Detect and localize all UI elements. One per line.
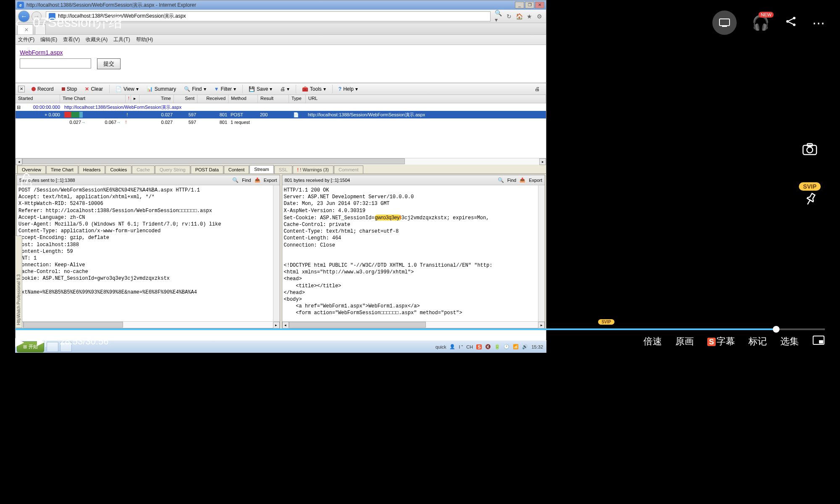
- tab-warnings[interactable]: ! ! Warnings (3): [293, 165, 333, 173]
- export-label[interactable]: Export: [529, 178, 542, 183]
- record-button[interactable]: Record: [28, 85, 58, 93]
- col-method[interactable]: Method: [228, 95, 258, 103]
- next-button[interactable]: ▶|: [37, 336, 47, 347]
- svg-rect-12: [819, 340, 823, 344]
- col-sent[interactable]: Sent: [174, 95, 197, 103]
- svg-line-4: [788, 18, 793, 21]
- svg-point-7: [26, 182, 27, 184]
- v-scrollbar[interactable]: [538, 185, 545, 321]
- tab-cookies[interactable]: Cookies: [105, 165, 131, 173]
- col-flag[interactable]: ▸: [131, 95, 139, 103]
- camera-icon: [802, 143, 817, 155]
- text-input[interactable]: [20, 58, 91, 68]
- speed-button[interactable]: 倍速: [643, 335, 662, 348]
- quality-button[interactable]: 原画: [675, 335, 694, 348]
- svg-rect-0: [719, 19, 730, 26]
- hw-stream-panes: 597 bytes sent to [::1]:1388 Find 📤 Expo…: [16, 174, 546, 329]
- pip-icon: [812, 335, 825, 345]
- svip-marker: SVIP: [598, 319, 614, 325]
- hw-grid: ⊟ 00:00:00.000 http://localhost:1388/Ses…: [16, 103, 546, 158]
- find-button[interactable]: Find ▾: [181, 85, 210, 93]
- unlock-button[interactable]: [19, 172, 34, 192]
- tab-cache[interactable]: Cache: [132, 165, 155, 173]
- cast-button[interactable]: [712, 10, 737, 35]
- hw-h-scrollbar[interactable]: ◂ ▸: [16, 158, 546, 165]
- table-row-summary[interactable]: 0.027 → 0.067 → ! 0.027 597 801 1 reques…: [16, 118, 546, 126]
- col-url[interactable]: URL: [306, 95, 546, 103]
- export-icon[interactable]: 📤: [520, 177, 525, 183]
- tab-comment[interactable]: Comment: [334, 165, 363, 173]
- find-icon[interactable]: [232, 177, 239, 183]
- scroll-left-button[interactable]: ◂: [16, 158, 22, 165]
- httpwatch-panel: ✕ Record Stop ✕Clear 📄 View ▾ 📊 Summary …: [16, 83, 546, 329]
- unlock-icon: [19, 172, 34, 188]
- request-body[interactable]: POST /Session/WebFormSession%E6%BC%94%E7…: [17, 185, 273, 321]
- col-received[interactable]: Received: [197, 95, 228, 103]
- pin-button[interactable]: [801, 191, 819, 211]
- hw-toolbar: ✕ Record Stop ✕Clear 📄 View ▾ 📊 Summary …: [16, 83, 546, 95]
- record-icon: [32, 87, 36, 91]
- col-started[interactable]: Started: [16, 95, 60, 103]
- video-left-controls: [19, 172, 34, 192]
- col-timechart[interactable]: Time Chart: [60, 95, 126, 103]
- summary-button[interactable]: 📊 Summary: [143, 85, 180, 93]
- type-icon: 📄: [288, 112, 304, 118]
- tools-button[interactable]: 🧰 Tools ▾: [299, 85, 330, 93]
- submit-button[interactable]: 提交: [97, 58, 121, 69]
- tab-postdata[interactable]: POST Data: [191, 165, 223, 173]
- stop-button[interactable]: Stop: [58, 85, 81, 93]
- col-result[interactable]: Result: [258, 95, 289, 103]
- req-h-scrollbar[interactable]: ◂▸: [17, 321, 280, 328]
- hw-print-icon[interactable]: 🖨: [531, 85, 543, 93]
- find-icon: [184, 86, 190, 92]
- share-button[interactable]: [785, 15, 797, 31]
- col-warn[interactable]: !: [126, 95, 131, 103]
- mark-button[interactable]: 标记: [748, 335, 767, 348]
- clear-button[interactable]: ✕Clear: [81, 85, 107, 93]
- tab-headers[interactable]: Headers: [79, 165, 105, 173]
- headphone-button[interactable]: 🎧 NEW: [752, 14, 769, 31]
- more-button[interactable]: ⋯: [812, 16, 825, 30]
- timing-bar: [64, 112, 125, 118]
- camera-button[interactable]: [802, 143, 817, 157]
- video-time: 28:53/30:56: [60, 336, 108, 347]
- webform-link[interactable]: WebForm1.aspx: [20, 49, 63, 56]
- resp-h-scrollbar[interactable]: ◂▸: [282, 321, 545, 328]
- find-label[interactable]: Find: [242, 178, 251, 183]
- episodes-button[interactable]: 选集: [780, 335, 799, 348]
- tab-content[interactable]: Content: [224, 165, 249, 173]
- tab-stream[interactable]: Stream: [249, 165, 273, 173]
- help-button[interactable]: ? Help ▾: [335, 85, 362, 93]
- video-back-button[interactable]: ‹: [15, 14, 20, 32]
- subtitle-button[interactable]: S字幕: [707, 335, 735, 348]
- export-label[interactable]: Export: [264, 178, 277, 183]
- view-button[interactable]: 📄 View ▾: [112, 85, 142, 93]
- table-row[interactable]: ⊟ 00:00:00.000 http://localhost:1388/Ses…: [16, 103, 546, 111]
- hw-version-label: HttpWatch Professional 9.3: [15, 236, 22, 328]
- response-body[interactable]: HTTP/1.1 200 OK Server: ASP.NET Developm…: [282, 185, 538, 321]
- play-button[interactable]: ▶: [15, 335, 24, 349]
- export-icon[interactable]: 📤: [255, 177, 260, 183]
- share-icon: [785, 15, 797, 28]
- col-time[interactable]: Time: [139, 95, 174, 103]
- find-label[interactable]: Find: [507, 178, 516, 183]
- save-button[interactable]: 💾 Save ▾: [245, 85, 276, 93]
- tab-ssl[interactable]: SSL: [274, 165, 292, 173]
- table-row-selected[interactable]: + 0.000 ! 0.027 597 801 POST 200 📄 http:…: [16, 111, 546, 118]
- pin-icon: [802, 191, 819, 208]
- collapse-icon[interactable]: ⊟: [16, 105, 21, 110]
- hw-detail-tabs: Overview Time Chart Headers Cookies Cach…: [16, 165, 546, 174]
- filter-button[interactable]: ▼ Filter ▾: [211, 85, 240, 93]
- pip-button[interactable]: [812, 335, 825, 348]
- print-button[interactable]: 🖨 ▾: [277, 85, 293, 93]
- stop-icon: [62, 87, 65, 91]
- tab-timechart[interactable]: Time Chart: [46, 165, 78, 173]
- video-right-controls: SVIP: [799, 143, 821, 209]
- scroll-right-button[interactable]: ▸: [539, 158, 546, 165]
- col-type[interactable]: Type: [289, 95, 306, 103]
- tab-querystring[interactable]: Query String: [155, 165, 190, 173]
- v-scrollbar[interactable]: [273, 185, 280, 321]
- video-title: 07Session介绍: [33, 13, 122, 32]
- hw-close-button[interactable]: ✕: [18, 86, 25, 92]
- find-icon[interactable]: [498, 177, 504, 183]
